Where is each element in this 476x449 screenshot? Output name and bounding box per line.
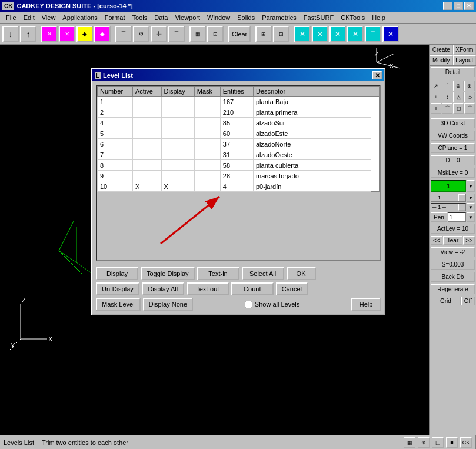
menu-applications[interactable]: Applications	[59, 13, 101, 22]
cplane-button[interactable]: CPlane = 1	[431, 143, 475, 153]
menu-window[interactable]: Window	[204, 13, 234, 22]
tb-pink1[interactable]: ✕	[41, 26, 58, 42]
tb-x3[interactable]: ✕	[329, 26, 346, 42]
maximize-button[interactable]: □	[454, 2, 463, 10]
display-button[interactable]: Display	[96, 267, 138, 280]
menu-parametrics[interactable]: Parametrics	[258, 13, 300, 22]
slider1-track[interactable]: ─ 1 ─	[431, 194, 466, 202]
tb-yellow[interactable]: ◆	[76, 26, 93, 42]
tear-right-button[interactable]: >>	[463, 236, 475, 245]
tb-x5[interactable]: ✕	[382, 26, 399, 42]
menu-file[interactable]: File	[2, 13, 20, 22]
menu-viewport[interactable]: Viewport	[171, 13, 204, 22]
grid-val[interactable]: Off	[461, 297, 475, 305]
tb-grid[interactable]: ▦	[189, 26, 206, 42]
tool-icon-12[interactable]: ⌒	[464, 103, 475, 114]
tb-plus[interactable]: ✛	[151, 26, 167, 42]
tb-undo[interactable]: ↺	[133, 26, 149, 42]
tb-pink2[interactable]: ✕	[59, 26, 75, 42]
count-button[interactable]: Count	[231, 282, 274, 295]
regenerate-button[interactable]: Regenerate	[431, 284, 475, 294]
slider2-track[interactable]: ─ 1 ─	[431, 203, 466, 211]
displaynone-button[interactable]: Display None	[143, 298, 193, 311]
slider1-arrow[interactable]: ▼	[467, 194, 475, 202]
layout-button[interactable]: Layout	[453, 55, 477, 65]
tool-icon-8[interactable]: ◇	[464, 92, 475, 102]
tool-icon-5[interactable]: +	[431, 92, 441, 102]
status-grid-icon[interactable]: ▦	[404, 437, 415, 448]
slider1-thumb[interactable]	[458, 194, 465, 201]
table-row[interactable]: 485alzadoSur	[98, 118, 380, 128]
menu-data[interactable]: Data	[151, 13, 171, 22]
actlev-button[interactable]: ActLev = 10	[431, 224, 475, 234]
table-row[interactable]: 928marcas forjado	[98, 171, 380, 181]
pen-value[interactable]: 1	[448, 212, 466, 222]
view-button[interactable]: View = -2	[431, 247, 475, 257]
create-button[interactable]: Create	[430, 45, 453, 55]
tool-icon-1[interactable]: ↗	[431, 81, 441, 91]
undisplay-button[interactable]: Un-Display	[96, 282, 139, 295]
tb-arrow-down[interactable]: ↓	[2, 26, 19, 42]
textout-button[interactable]: Text-out	[187, 282, 229, 295]
close-button[interactable]: ✕	[464, 2, 474, 10]
table-row[interactable]: 2210planta primera	[98, 107, 380, 118]
menu-format[interactable]: Format	[101, 13, 129, 22]
showall-checkbox[interactable]	[245, 301, 252, 308]
dialog-close-button[interactable]: ✕	[372, 71, 382, 79]
level-value-box[interactable]: 1	[431, 180, 466, 192]
status-layer-icon[interactable]: ◫	[432, 437, 444, 448]
tb-arc[interactable]: ⌒	[168, 26, 185, 42]
tb-curve2[interactable]: ⌒	[365, 26, 381, 42]
selectall-button[interactable]: Select All	[242, 267, 284, 280]
minimize-button[interactable]: ─	[443, 2, 452, 10]
tear-button[interactable]: Tear	[443, 236, 463, 245]
tool-icon-4[interactable]: ⊗	[464, 81, 475, 91]
status-snap-icon[interactable]: ⊕	[418, 437, 430, 448]
tool-icon-7[interactable]: △	[453, 92, 464, 102]
table-row[interactable]: 637alzadoNorte	[98, 139, 380, 149]
menu-help[interactable]: Help	[368, 13, 389, 22]
status-color-icon[interactable]: ■	[446, 437, 458, 448]
backdb-button[interactable]: Back Db	[431, 272, 475, 282]
vw-coords-button[interactable]: VW Coords	[431, 131, 475, 141]
table-row[interactable]: 10XX4p0-jardín	[98, 181, 380, 192]
tb-curve[interactable]: ⌒	[115, 26, 132, 42]
tool-icon-10[interactable]: ⌒	[442, 103, 452, 114]
tb-pink3[interactable]: ◆	[94, 26, 111, 42]
3d-const-button[interactable]: 3D Const	[431, 118, 475, 128]
modify-button[interactable]: Modify	[430, 55, 453, 65]
tb-view1[interactable]: ⊞	[255, 26, 272, 42]
toggle-display-button[interactable]: Toggle Display	[141, 267, 195, 280]
tool-icon-9[interactable]: T	[431, 103, 441, 114]
tb-view2[interactable]: ⊡	[273, 26, 289, 42]
detail-button[interactable]: Detail	[431, 67, 475, 77]
level-table-wrapper[interactable]: Number Active Display Mask Entities Desc…	[96, 85, 381, 261]
menu-tools[interactable]: Tools	[129, 13, 151, 22]
tool-icon-2[interactable]: ⌒	[442, 81, 452, 91]
help-button[interactable]: Help	[351, 298, 381, 311]
tb-x1[interactable]: ✕	[294, 26, 311, 42]
cancel-button[interactable]: Cancel	[276, 282, 308, 295]
ok-button[interactable]: OK	[287, 267, 316, 280]
table-row[interactable]: 731alzadoOeste	[98, 149, 380, 160]
slider2-arrow[interactable]: ▼	[467, 203, 475, 211]
table-row[interactable]: 560alzadoEste	[98, 128, 380, 139]
slider2-thumb[interactable]	[458, 204, 465, 211]
menu-solids[interactable]: Solids	[234, 13, 258, 22]
textin-button[interactable]: Text-in	[197, 267, 239, 280]
table-row[interactable]: 858planta cubierta	[98, 160, 380, 171]
tb-x2[interactable]: ✕	[312, 26, 328, 42]
tear-left-button[interactable]: <<	[431, 236, 442, 245]
msklev-button[interactable]: MskLev = 0	[431, 168, 475, 178]
xform-button[interactable]: XForm	[453, 45, 477, 55]
masklevel-button[interactable]: Mask Level	[96, 298, 141, 311]
grid-button[interactable]: Grid	[431, 297, 461, 305]
tool-icon-11[interactable]: ◻	[453, 103, 464, 114]
tb-snap[interactable]: ⊡	[207, 26, 224, 42]
clear-button[interactable]: Clear	[228, 26, 251, 42]
tool-icon-3[interactable]: ⊕	[453, 81, 464, 91]
s-button[interactable]: S=0.003	[431, 260, 475, 270]
menu-edit[interactable]: Edit	[20, 13, 38, 22]
displayall-button[interactable]: Display All	[142, 282, 184, 295]
table-row[interactable]: 1167planta Baja	[98, 97, 380, 107]
